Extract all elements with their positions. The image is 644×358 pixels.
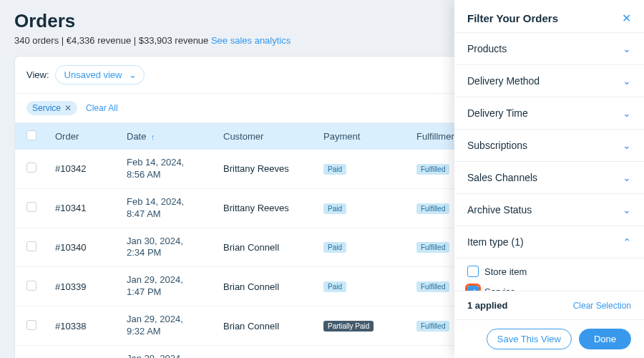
row-checkbox[interactable] — [26, 202, 36, 212]
done-button[interactable]: Done — [579, 329, 631, 349]
checkbox[interactable] — [467, 286, 479, 291]
chip-remove-icon[interactable]: ✕ — [64, 103, 72, 113]
summary-orders: 340 orders — [14, 35, 59, 46]
order-customer: Brittany Reeves — [223, 203, 323, 213]
order-customer: Brian Connell — [223, 321, 323, 332]
filter-section-label: Archive Status — [467, 204, 532, 216]
fulfillment-badge: Fulfilled — [416, 321, 449, 332]
row-checkbox[interactable] — [26, 320, 36, 330]
clear-selection-link[interactable]: Clear Selection — [573, 301, 631, 311]
sort-asc-icon: ↑ — [151, 132, 155, 141]
summary-rev-eur: €4,336 revenue — [67, 35, 131, 46]
col-payment[interactable]: Payment — [323, 131, 416, 142]
fulfillment-badge: Fulfilled — [416, 164, 449, 175]
filter-section-label: Subscriptions — [467, 140, 527, 151]
chevron-down-icon: ⌄ — [623, 204, 631, 216]
filter-section-label: Delivery Method — [467, 75, 540, 87]
filter-option-label: Store item — [484, 266, 527, 277]
order-customer: Brittany Reeves — [223, 163, 323, 174]
payment-badge: Paid — [323, 203, 346, 214]
col-date[interactable]: Date ↑ — [127, 131, 223, 142]
order-date: Jan 30, 2024,2:34 PM — [127, 236, 223, 260]
fulfillment-badge: Fulfilled — [416, 203, 449, 214]
clear-all-link[interactable]: Clear All — [86, 103, 118, 113]
payment-badge: Paid — [323, 242, 346, 253]
col-date-label: Date — [127, 131, 146, 142]
filter-section[interactable]: Archive Status⌄ — [454, 194, 644, 226]
filter-option[interactable]: Store item — [467, 261, 631, 281]
order-id: #10338 — [55, 321, 127, 332]
payment-badge: Paid — [323, 281, 346, 292]
chevron-down-icon: ⌄ — [623, 75, 631, 87]
summary-rev-usd: $33,903 revenue — [139, 35, 209, 46]
checkbox[interactable] — [467, 266, 479, 277]
chevron-up-icon: ⌄ — [623, 236, 631, 248]
row-checkbox[interactable] — [26, 163, 36, 173]
order-date: Jan 29, 2024,9:32 AM — [127, 314, 223, 338]
close-icon[interactable]: ✕ — [622, 11, 631, 25]
filter-section[interactable]: Delivery Time⌄ — [454, 97, 644, 130]
filter-section-label: Item type (1) — [467, 236, 524, 248]
order-id: #10341 — [55, 203, 127, 213]
fulfillment-badge: Fulfilled — [416, 281, 449, 292]
filter-section[interactable]: Subscriptions⌄ — [454, 130, 644, 162]
filter-drawer: Filter Your Orders ✕ Products⌄Delivery M… — [454, 0, 644, 358]
filter-section-label: Sales Channels — [467, 172, 537, 183]
view-label: View: — [26, 69, 49, 80]
chevron-down-icon: ⌄ — [623, 140, 631, 151]
select-all-checkbox[interactable] — [26, 130, 36, 140]
col-customer[interactable]: Customer — [223, 131, 323, 142]
order-date: Feb 14, 2024,8:47 AM — [127, 196, 223, 221]
chevron-down-icon: ⌄ — [129, 69, 137, 80]
row-checkbox[interactable] — [26, 241, 36, 251]
filter-section[interactable]: Delivery Method⌄ — [454, 65, 644, 97]
chevron-down-icon: ⌄ — [623, 43, 631, 54]
filter-section[interactable]: Sales Channels⌄ — [454, 162, 644, 194]
order-date: Feb 14, 2024,8:56 AM — [127, 157, 223, 181]
drawer-title: Filter Your Orders — [467, 12, 558, 24]
filter-option[interactable]: Service — [467, 281, 631, 291]
filter-section-label: Products — [467, 43, 507, 54]
filter-section[interactable]: Products⌄ — [454, 33, 644, 65]
payment-badge: Paid — [323, 164, 346, 175]
chevron-down-icon: ⌄ — [623, 107, 631, 119]
view-select[interactable]: Unsaved view ⌄ — [55, 65, 145, 84]
sales-analytics-link[interactable]: See sales analytics — [211, 35, 291, 46]
payment-badge: Partially Paid — [323, 321, 374, 332]
save-view-button[interactable]: Save This View — [487, 329, 572, 349]
applied-count: 1 applied — [467, 300, 507, 311]
row-checkbox[interactable] — [26, 281, 36, 291]
filter-chip-service[interactable]: Service ✕ — [26, 101, 77, 115]
view-select-value: Unsaved view — [64, 69, 122, 80]
chevron-down-icon: ⌄ — [623, 172, 631, 183]
order-id: #10342 — [55, 163, 127, 174]
order-date: Jan 29, 2024,9:07 AM — [127, 353, 223, 358]
order-id: #10339 — [55, 281, 127, 292]
chip-label: Service — [32, 103, 61, 113]
order-date: Jan 29, 2024,1:47 PM — [127, 274, 223, 299]
fulfillment-badge: Fulfilled — [416, 242, 449, 253]
col-order[interactable]: Order — [55, 131, 127, 142]
filter-section-item-type[interactable]: Item type (1)⌄ — [454, 226, 644, 258]
filter-options: Store itemService — [454, 258, 644, 291]
order-customer: Brian Connell — [223, 242, 323, 253]
order-customer: Brian Connell — [223, 281, 323, 292]
order-id: #10340 — [55, 242, 127, 253]
filter-section-label: Delivery Time — [467, 107, 528, 119]
